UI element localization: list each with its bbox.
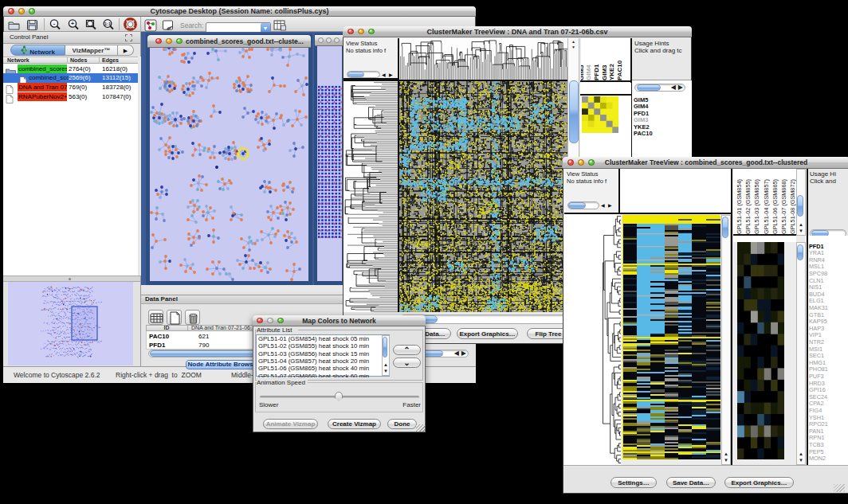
svg-text:GPL51-07 (GSM868): GPL51-07 (GSM868) <box>780 179 787 234</box>
svg-text:GPL51-04 (GSM857): GPL51-04 (GSM857) <box>763 179 770 234</box>
svg-text:GPL51-02 (GSM855): GPL51-02 (GSM855) <box>744 179 752 234</box>
svg-text:GPL51-01 (GSM854): GPL51-01 (GSM854) <box>736 179 743 234</box>
svg-text:YKE2: YKE2 <box>608 64 615 80</box>
svg-text:+: + <box>71 21 74 26</box>
svg-text:GPL51-06 (GSM865): GPL51-06 (GSM865) <box>771 179 779 234</box>
svg-text:GPL51-08 (GSM872): GPL51-08 (GSM872) <box>789 179 796 234</box>
svg-text:PAC10: PAC10 <box>634 130 653 137</box>
svg-text:1:1: 1:1 <box>104 21 111 26</box>
svg-text:GIM4: GIM4 <box>585 64 592 80</box>
svg-text:PAC10: PAC10 <box>616 60 623 80</box>
svg-text:GPL51-03 (GSM856): GPL51-03 (GSM856) <box>753 179 760 234</box>
svg-text:GIM3: GIM3 <box>601 64 608 80</box>
svg-text:MON2: MON2 <box>809 455 826 462</box>
svg-text:PFD1: PFD1 <box>593 64 600 80</box>
svg-text:GIM5: GIM5 <box>581 64 585 80</box>
